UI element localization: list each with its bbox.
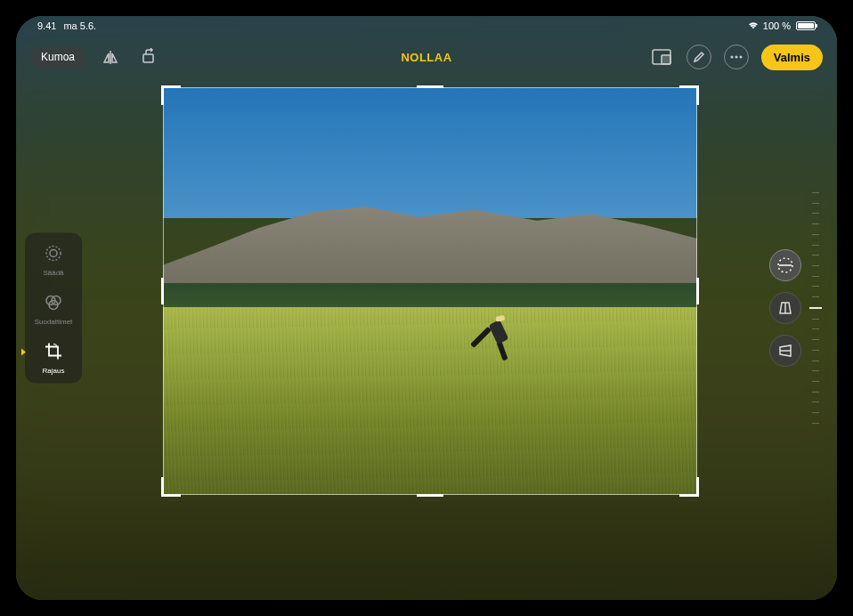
status-time: 9.41 — [37, 20, 56, 31]
aspect-ratio-button[interactable] — [649, 45, 674, 69]
vertical-perspective-button[interactable] — [769, 292, 801, 324]
straighten-button[interactable] — [769, 249, 801, 281]
svg-rect-1 — [143, 54, 153, 62]
filters-icon — [42, 291, 65, 314]
rotate-button[interactable] — [135, 45, 160, 69]
editor-toolbar: Kumoa NOLLAA — [16, 37, 837, 77]
more-options-button[interactable] — [724, 45, 749, 69]
battery-percent: 100 % — [763, 20, 791, 31]
crop-handle-bottom[interactable] — [417, 494, 443, 497]
tab-filters-label: Suodattimet — [35, 318, 73, 326]
photo-subject — [483, 307, 519, 361]
horizontal-perspective-button[interactable] — [769, 335, 801, 367]
edit-mode-tabs: Säädä Suodattimet Rajaus — [25, 233, 82, 384]
markup-button[interactable] — [686, 45, 711, 69]
battery-icon — [796, 21, 816, 30]
crop-handle-left[interactable] — [161, 278, 164, 304]
crop-handle-right[interactable] — [696, 278, 699, 304]
crop-icon — [42, 340, 65, 363]
undo-button[interactable]: Kumoa — [30, 46, 85, 68]
adjust-icon — [42, 242, 65, 265]
crop-handle-top-left[interactable] — [161, 85, 181, 105]
svg-point-6 — [739, 56, 742, 59]
svg-point-4 — [730, 56, 733, 59]
svg-point-8 — [50, 250, 57, 257]
status-date: ma 5.6. — [63, 20, 96, 31]
tab-adjust-label: Säädä — [43, 269, 63, 277]
crop-handle-top[interactable] — [417, 85, 443, 88]
tab-crop-label: Rajaus — [43, 367, 65, 375]
ipad-device-frame: 9.41 ma 5.6. 100 % Kumoa — [0, 0, 853, 616]
tab-adjust[interactable]: Säädä — [28, 242, 78, 277]
svg-rect-3 — [662, 55, 670, 64]
tab-crop[interactable]: Rajaus — [28, 340, 78, 375]
photo-preview — [163, 87, 697, 495]
done-button[interactable]: Valmis — [761, 45, 823, 70]
tab-filters[interactable]: Suodattimet — [28, 291, 78, 326]
screen: 9.41 ma 5.6. 100 % Kumoa — [16, 16, 837, 600]
straighten-controls — [769, 249, 801, 367]
svg-point-5 — [735, 56, 737, 59]
wifi-icon — [747, 21, 760, 30]
flip-horizontal-button[interactable] — [98, 45, 123, 69]
crop-handle-bottom-left[interactable] — [161, 477, 181, 497]
svg-point-7 — [46, 247, 61, 261]
reset-button[interactable]: NOLLAA — [401, 51, 451, 64]
status-bar: 9.41 ma 5.6. 100 % — [16, 16, 837, 36]
crop-handle-top-right[interactable] — [679, 85, 699, 105]
crop-handle-bottom-right[interactable] — [679, 477, 699, 497]
crop-area[interactable] — [163, 87, 697, 495]
